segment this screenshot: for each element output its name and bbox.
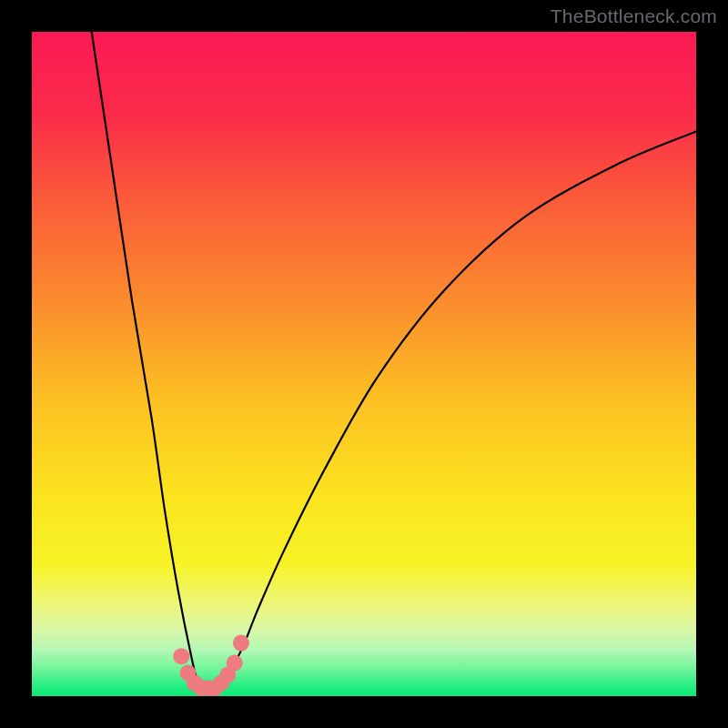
marker-dot	[227, 655, 243, 672]
curve-layer	[32, 32, 696, 696]
marker-dot	[173, 648, 189, 664]
watermark-label: TheBottleneck.com	[551, 5, 717, 27]
plot-area	[32, 32, 696, 696]
bottleneck-curve	[92, 32, 696, 691]
chart-frame: TheBottleneck.com	[0, 0, 728, 728]
near-minimum-markers	[173, 635, 249, 696]
marker-dot	[233, 635, 249, 652]
